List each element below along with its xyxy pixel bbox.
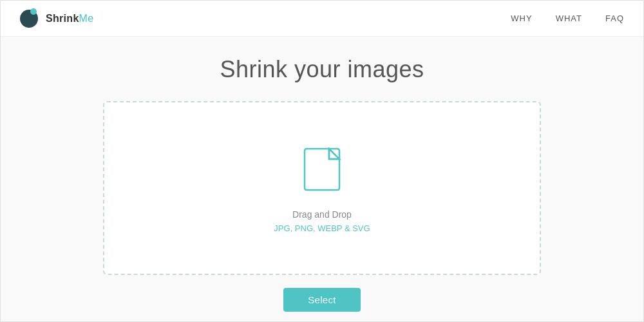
drag-drop-label: Drag and Drop — [292, 209, 352, 220]
logo-area: ShrinkMe — [20, 8, 93, 29]
file-icon-wrapper — [299, 144, 345, 198]
file-icon — [299, 144, 345, 195]
nav-faq[interactable]: FAQ — [605, 14, 624, 23]
drop-zone[interactable]: Drag and Drop JPG, PNG, WEBP & SVG — [103, 101, 541, 275]
page-wrapper: ShrinkMe WHY WHAT FAQ Shrink your images — [0, 0, 644, 322]
logo-shrink: Shrink — [46, 13, 79, 24]
nav-why[interactable]: WHY — [511, 14, 532, 23]
header: ShrinkMe WHY WHAT FAQ — [1, 1, 643, 37]
logo-icon — [20, 8, 41, 29]
logo-me: Me — [79, 13, 94, 24]
logo-text: ShrinkMe — [46, 13, 93, 24]
select-button-wrapper: Select — [283, 288, 361, 312]
file-types-label: JPG, PNG, WEBP & SVG — [274, 223, 370, 233]
main-content: Shrink your images Drag and Drop JPG, PN… — [1, 37, 643, 322]
page-title: Shrink your images — [220, 56, 424, 83]
nav-links: WHY WHAT FAQ — [511, 14, 624, 23]
logo-circle-inner — [30, 8, 37, 15]
nav-what[interactable]: WHAT — [556, 14, 582, 23]
select-button[interactable]: Select — [283, 288, 361, 312]
